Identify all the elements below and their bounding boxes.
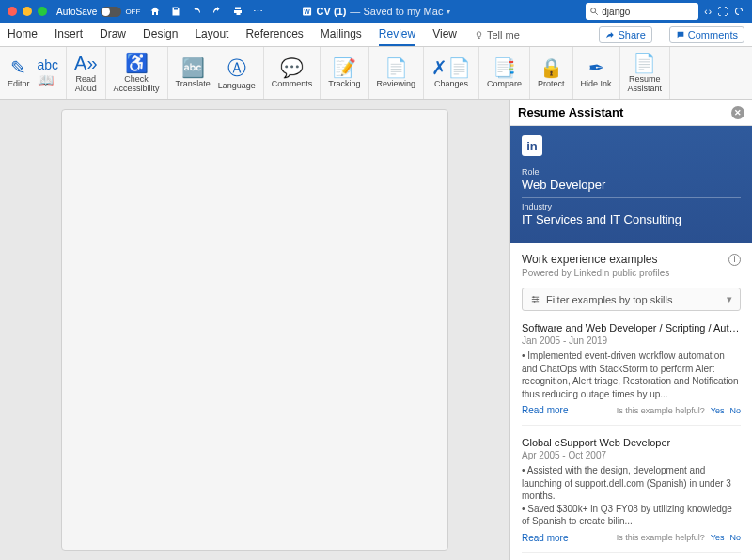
- print-icon[interactable]: [232, 6, 243, 18]
- read-aloud-button[interactable]: A» Read Aloud: [67, 47, 105, 99]
- search-input[interactable]: django: [586, 3, 698, 20]
- tell-me[interactable]: Tell me: [474, 29, 520, 40]
- ribbon-tabs: Home Insert Draw Design Layout Reference…: [0, 23, 752, 47]
- title-dropdown-icon[interactable]: ▾: [446, 8, 450, 16]
- comments-button[interactable]: Comments: [669, 26, 744, 43]
- svg-point-5: [536, 299, 538, 301]
- svg-point-2: [591, 8, 596, 13]
- svg-line-3: [596, 12, 599, 15]
- translate-icon: 🔤: [181, 56, 205, 79]
- home-icon[interactable]: [149, 6, 161, 18]
- helpful-no[interactable]: No: [729, 406, 741, 415]
- industry-field[interactable]: Industry IT Services and IT Consulting: [522, 198, 741, 232]
- svg-point-4: [533, 296, 535, 298]
- ribbon: ✎ Editor abc📖 A» Read Aloud ♿ Check Acce…: [0, 47, 752, 100]
- titlebar: AutoSave OFF ⋯ W CV (1) — Saved to my Ma…: [0, 0, 752, 23]
- example-body: • Assisted with the design, development …: [522, 464, 741, 528]
- example-body: • Implemented event-driven workflow auto…: [522, 350, 741, 400]
- compare-button[interactable]: 📑 Compare: [479, 47, 530, 99]
- example-dates: Apr 2005 - Oct 2007: [522, 450, 741, 460]
- tab-home[interactable]: Home: [8, 23, 38, 46]
- changes-icon: ✗📄: [431, 56, 471, 79]
- editor-button[interactable]: ✎ Editor: [8, 56, 30, 89]
- tab-references[interactable]: References: [245, 23, 303, 46]
- thesaurus-button[interactable]: abc📖: [38, 57, 59, 88]
- document-canvas[interactable]: [0, 100, 509, 560]
- doc-status: — Saved to my Mac: [350, 6, 443, 17]
- wex-title: Work experience examples: [522, 253, 658, 266]
- panel-title: Resume Assistant: [518, 105, 623, 119]
- language-button[interactable]: Ⓐ Language: [218, 55, 256, 91]
- document-page[interactable]: [61, 109, 448, 551]
- protect-button[interactable]: 🔒 Protect: [530, 47, 573, 99]
- helpful-yes[interactable]: Yes: [711, 406, 725, 415]
- minimize-window-icon[interactable]: [23, 7, 32, 16]
- more-icon[interactable]: ⋯: [253, 6, 263, 18]
- search-value: django: [602, 7, 630, 17]
- bulb-icon: [474, 29, 484, 39]
- share-icon: [605, 30, 615, 39]
- close-panel-icon[interactable]: ✕: [731, 106, 744, 119]
- sync-icon[interactable]: [733, 6, 744, 17]
- share-button[interactable]: Share: [599, 26, 651, 43]
- tab-draw[interactable]: Draw: [100, 23, 126, 46]
- autosave-state: OFF: [125, 8, 140, 16]
- tab-view[interactable]: View: [432, 23, 457, 46]
- close-window-icon[interactable]: [8, 7, 17, 16]
- ink-icon: ✒: [588, 56, 604, 79]
- comment-icon: [676, 30, 685, 39]
- comments-group-button[interactable]: 💬 Comments: [264, 47, 321, 99]
- autosave-switch-icon[interactable]: [101, 7, 121, 17]
- window-controls: [0, 7, 47, 16]
- example-title: Global eSupport Web Developer: [522, 437, 741, 448]
- autosave-toggle[interactable]: AutoSave OFF: [56, 7, 140, 17]
- quick-access-toolbar: ⋯: [149, 6, 263, 18]
- helpful-no[interactable]: No: [729, 533, 741, 542]
- document-title: W CV (1) — Saved to my Mac ▾: [302, 6, 451, 17]
- translate-button[interactable]: 🔤 Translate: [176, 56, 211, 89]
- expand-icon[interactable]: ⛶: [717, 6, 728, 17]
- tab-mailings[interactable]: Mailings: [321, 23, 362, 46]
- read-more-link[interactable]: Read more: [522, 405, 568, 415]
- industry-label: Industry: [522, 202, 741, 211]
- read-more-link[interactable]: Read more: [522, 533, 568, 543]
- save-icon[interactable]: [170, 6, 181, 18]
- linkedin-block: in Role Web Developer Industry IT Servic…: [510, 126, 752, 243]
- check-accessibility-button[interactable]: ♿ Check Accessibility: [106, 47, 168, 99]
- hide-ink-button[interactable]: ✒ Hide Ink: [573, 47, 620, 99]
- editor-icon: ✎: [10, 56, 26, 79]
- group-language: 🔤 Translate Ⓐ Language: [168, 47, 264, 99]
- role-field[interactable]: Role Web Developer: [522, 163, 741, 198]
- tab-design[interactable]: Design: [143, 23, 178, 46]
- protect-icon: 🔒: [540, 56, 563, 79]
- reviewing-button[interactable]: 📄 Reviewing: [369, 47, 425, 99]
- maximize-window-icon[interactable]: [38, 7, 47, 16]
- resume-icon: 📄: [633, 52, 656, 74]
- panel-body: Work experience examples i Powered by Li…: [510, 243, 752, 560]
- search-next-icon[interactable]: ›: [709, 7, 712, 17]
- info-icon[interactable]: i: [728, 254, 741, 266]
- language-icon: Ⓐ: [227, 55, 246, 81]
- abc-icon: abc📖: [38, 57, 59, 87]
- redo-icon[interactable]: [212, 6, 223, 18]
- resume-assistant-button[interactable]: 📄 Resume Assistant: [620, 47, 671, 99]
- tab-insert[interactable]: Insert: [55, 23, 83, 46]
- undo-icon[interactable]: [191, 6, 202, 18]
- filter-dropdown[interactable]: Filter examples by top skills ▾: [522, 288, 741, 311]
- accessibility-icon: ♿: [125, 52, 149, 74]
- tracking-button[interactable]: 📝 Tracking: [321, 47, 368, 99]
- example-dates: Jan 2005 - Jun 2019: [522, 335, 741, 346]
- panel-header: Resume Assistant ✕: [510, 100, 752, 126]
- word-doc-icon: W: [302, 6, 313, 17]
- work-experience-header: Work experience examples i: [522, 253, 741, 266]
- example-item: Software and Web Developer / Scripting /…: [522, 322, 741, 426]
- industry-value: IT Services and IT Consulting: [522, 212, 741, 226]
- tab-review[interactable]: Review: [379, 23, 415, 46]
- helpful-yes[interactable]: Yes: [711, 533, 725, 542]
- new-comment-icon: 💬: [280, 56, 304, 79]
- tab-layout[interactable]: Layout: [195, 23, 228, 46]
- svg-text:W: W: [305, 8, 311, 15]
- search-prev-icon[interactable]: ‹: [704, 7, 707, 17]
- group-editor: ✎ Editor abc📖: [0, 47, 67, 99]
- changes-button[interactable]: ✗📄 Changes: [424, 47, 479, 99]
